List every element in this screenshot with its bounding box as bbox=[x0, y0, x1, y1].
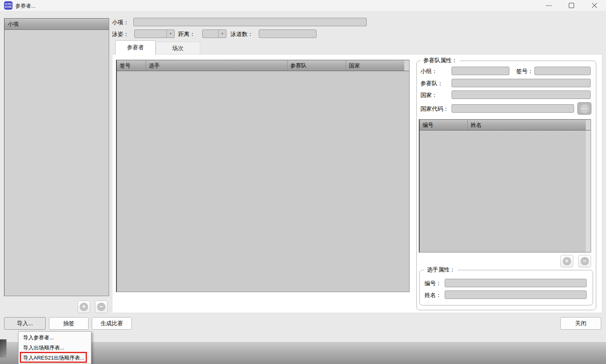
sign-label: 签号： bbox=[516, 68, 533, 75]
team-label: 参赛队： bbox=[420, 80, 443, 87]
ellipsis-icon: ••• bbox=[580, 104, 589, 113]
close-button[interactable] bbox=[586, 0, 602, 11]
minimize-icon bbox=[546, 5, 552, 6]
logo-text-bottom: SCORE bbox=[5, 6, 12, 8]
draw-lots-button[interactable]: 抽签 bbox=[49, 317, 89, 330]
col-sign-number: 签号 bbox=[117, 60, 146, 71]
menu-item-import-start-order[interactable]: 导入出场顺序表... bbox=[19, 343, 91, 353]
stroke-select[interactable]: ▼ bbox=[134, 29, 175, 38]
scrollbar-track[interactable] bbox=[586, 130, 591, 252]
chevron-down-icon: ▼ bbox=[221, 32, 224, 36]
chevron-down-icon: ▼ bbox=[169, 32, 172, 36]
athlete-properties-groupbox: 选手属性： bbox=[419, 270, 593, 305]
distance-label: 距离： bbox=[178, 31, 195, 38]
country-input[interactable] bbox=[452, 90, 591, 99]
event-input[interactable] bbox=[133, 18, 367, 26]
tab-participants[interactable]: 参赛者 bbox=[115, 40, 156, 55]
window-title: 参赛者... bbox=[15, 2, 36, 10]
minimize-button[interactable] bbox=[541, 0, 557, 11]
country-code-input[interactable] bbox=[452, 104, 574, 113]
col-swimmer: 选手 bbox=[146, 60, 287, 71]
import-menu: 导入参赛者... 导入出场顺序表... 导入ARES21出场顺序表... bbox=[18, 331, 91, 364]
athlete-name-input[interactable] bbox=[445, 290, 587, 299]
header-filler bbox=[404, 60, 409, 71]
sign-input[interactable] bbox=[534, 67, 591, 75]
country-label: 国家： bbox=[420, 92, 437, 99]
participants-dialog: ULTRA SCORE 参赛者... 小项 + − 小项： 泳姿： ▼ 距离： … bbox=[0, 0, 606, 364]
event-remove-button[interactable]: − bbox=[95, 301, 108, 313]
col-number: 编号 bbox=[420, 120, 468, 130]
distance-select[interactable]: ▼ bbox=[202, 29, 226, 38]
event-add-button[interactable]: + bbox=[78, 301, 90, 313]
background-window-fragment bbox=[0, 339, 6, 358]
country-code-label: 国家代码： bbox=[420, 105, 449, 113]
group-label: 小组： bbox=[420, 68, 437, 75]
remove-icon: − bbox=[581, 257, 589, 265]
maximize-button[interactable] bbox=[563, 0, 579, 11]
team-members-table[interactable]: 编号 姓名 bbox=[419, 119, 591, 252]
import-button[interactable]: 导入... bbox=[4, 317, 46, 330]
team-properties-legend: 参赛队属性： bbox=[421, 57, 460, 64]
athlete-number-label: 编号： bbox=[424, 280, 441, 287]
team-input[interactable] bbox=[452, 79, 591, 87]
maximize-icon bbox=[569, 3, 574, 8]
generate-competition-button[interactable]: 生成比赛 bbox=[92, 317, 132, 330]
remove-icon: − bbox=[97, 303, 106, 311]
title-bar: ULTRA SCORE 参赛者... bbox=[0, 0, 606, 11]
ultra-score-logo-icon: ULTRA SCORE bbox=[4, 1, 13, 10]
participants-table[interactable]: 签号 选手 参赛队 国家 bbox=[116, 60, 410, 292]
tab-heats[interactable]: 场次 bbox=[156, 42, 200, 55]
group-input[interactable] bbox=[452, 67, 509, 75]
participants-table-header: 签号 选手 参赛队 国家 bbox=[117, 60, 409, 71]
event-label: 小项： bbox=[112, 19, 129, 26]
col-name: 姓名 bbox=[468, 120, 586, 130]
col-team: 参赛队 bbox=[287, 60, 346, 71]
lanes-label: 泳道数： bbox=[230, 31, 253, 38]
event-list[interactable]: 小项 bbox=[4, 18, 109, 296]
athlete-name-label: 姓名： bbox=[424, 292, 441, 299]
athlete-properties-legend: 选手属性： bbox=[424, 266, 458, 274]
athlete-number-input[interactable] bbox=[445, 279, 587, 287]
close-icon bbox=[591, 2, 598, 8]
add-icon: + bbox=[80, 303, 88, 311]
menu-item-import-participants[interactable]: 导入参赛者... bbox=[19, 332, 91, 343]
member-add-button[interactable]: + bbox=[560, 255, 573, 267]
col-country: 国家 bbox=[346, 60, 404, 71]
event-list-header: 小项 bbox=[4, 19, 109, 30]
country-code-browse-button[interactable]: ••• bbox=[577, 102, 591, 115]
close-dialog-button[interactable]: 关闭 bbox=[560, 317, 601, 330]
menu-item-import-ares21-start-order[interactable]: 导入ARES21出场顺序表... bbox=[19, 353, 91, 363]
header-filler bbox=[586, 120, 591, 130]
add-icon: + bbox=[563, 257, 571, 265]
lanes-input[interactable] bbox=[259, 29, 317, 38]
member-remove-button[interactable]: − bbox=[578, 255, 591, 267]
stroke-label: 泳姿： bbox=[112, 31, 129, 38]
team-members-table-header: 编号 姓名 bbox=[420, 120, 591, 130]
